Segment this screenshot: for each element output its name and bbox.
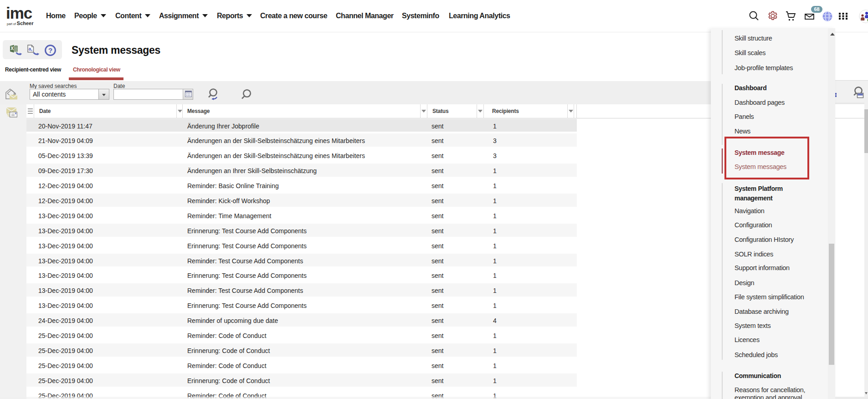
svg-text:a,: a, — [29, 46, 33, 51]
svg-text:X: X — [10, 46, 14, 51]
svg-text:?: ? — [48, 46, 52, 54]
